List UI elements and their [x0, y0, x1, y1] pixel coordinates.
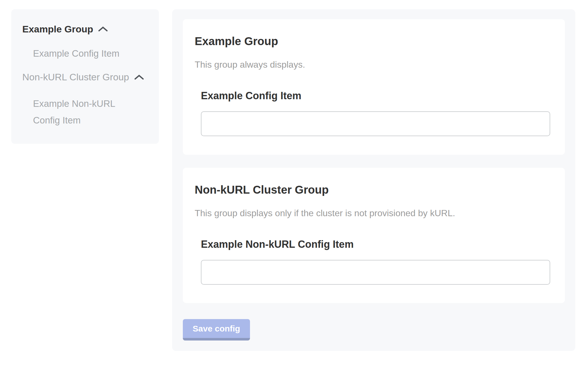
group-description: This group displays only if the cluster …	[195, 208, 550, 218]
config-sidebar: Example Group Example Config Item Non-kU…	[11, 9, 159, 144]
config-page: Example Group Example Config Item Non-kU…	[0, 0, 588, 367]
group-title: Non-kURL Cluster Group	[195, 183, 550, 196]
config-item-label: Example Config Item	[201, 90, 550, 102]
chevron-up-icon	[98, 26, 108, 32]
group-title: Example Group	[195, 34, 550, 48]
sidebar-item-example-config-item[interactable]: Example Config Item	[33, 48, 140, 59]
sidebar-item-example-non-kurl-config-item[interactable]: Example Non-kURL Config Item	[33, 96, 140, 129]
sidebar-group-label: Non-kURL Cluster Group	[22, 71, 129, 83]
sidebar-group-label: Example Group	[22, 23, 93, 35]
config-group-card-example-group: Example Group This group always displays…	[183, 19, 565, 155]
save-config-button[interactable]: Save config	[183, 319, 250, 341]
config-item-input-example-non-kurl-config-item[interactable]	[201, 260, 550, 285]
config-group-card-non-kurl-cluster-group: Non-kURL Cluster Group This group displa…	[183, 168, 565, 303]
sidebar-group-non-kurl-cluster-group[interactable]: Non-kURL Cluster Group	[22, 71, 151, 83]
sidebar-group-example-group[interactable]: Example Group	[22, 23, 151, 35]
group-description: This group always displays.	[195, 59, 550, 70]
config-item-input-example-config-item[interactable]	[201, 111, 550, 136]
config-main-panel: Example Group This group always displays…	[172, 9, 575, 351]
config-item-label: Example Non-kURL Config Item	[201, 238, 550, 250]
chevron-up-icon	[134, 74, 144, 80]
